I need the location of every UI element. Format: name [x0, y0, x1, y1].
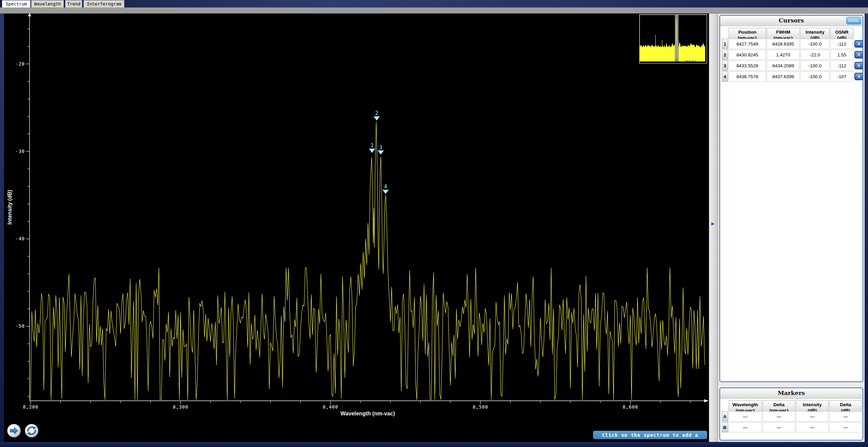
svg-text:8,200: 8,200	[23, 404, 38, 410]
markers-panel-title: Markers	[720, 388, 863, 399]
cursors-title-text: Cursors	[779, 17, 804, 24]
markers-title-text: Markers	[778, 390, 805, 396]
done-button[interactable]: DONE	[846, 17, 861, 24]
cursor-marker-4	[382, 190, 389, 194]
cursor-cell: -100.0	[800, 61, 830, 71]
cursor-cell: -112	[830, 39, 853, 49]
svg-text:1: 1	[371, 142, 374, 149]
cursor-cell: 8430.8245	[729, 50, 766, 60]
cursor-marker-1	[369, 149, 375, 153]
cursor-row-index: 1	[722, 39, 728, 49]
tab-spectrum[interactable]: Spectrum	[2, 0, 31, 7]
cursor-marker-3	[378, 151, 384, 155]
cursor-cell: -22.0	[800, 50, 830, 60]
cursor-cell: -100.0	[800, 71, 830, 82]
window-frame-left	[0, 14, 4, 442]
marker-row-index: A	[722, 411, 728, 422]
panel-splitter[interactable]: ▶	[709, 14, 718, 442]
delete-cursor-cell: X	[854, 61, 863, 71]
svg-text:-20: -20	[16, 61, 25, 67]
cursors-panel: Cursors DONE Position(nm-vac)FWHM(nm-vac…	[719, 15, 863, 382]
continuous-refresh-button[interactable]	[25, 424, 38, 437]
cursor-cell: 1.4270	[767, 50, 800, 60]
cursors-table: Position(nm-vac)FWHM(nm-vac)Intensity(dB…	[722, 28, 863, 82]
svg-text:8,400: 8,400	[323, 404, 338, 410]
cursors-panel-title: Cursors DONE	[720, 16, 863, 26]
markers-panel: Markers Wavelength(nm-vac)Delta(nm-vac)I…	[719, 388, 863, 441]
cursor-cell: -112	[830, 61, 853, 71]
cursor-cell: 8433.5528	[729, 61, 766, 71]
spectrometer-app: SpectrumWavelengthTrendInterferogram 8,2…	[0, 0, 868, 447]
delete-cursor-cell: X	[854, 50, 863, 60]
cursor-row-index: 4	[722, 71, 728, 82]
cursor-cell: 8428.6395	[767, 39, 800, 49]
cursor-cell: 8437.6399	[767, 71, 800, 82]
cursor-cell: 8427.7549	[729, 39, 766, 49]
overview-minimap-chart	[640, 15, 705, 62]
svg-text:8,600: 8,600	[623, 404, 638, 410]
svg-text:4: 4	[384, 184, 387, 190]
cursor-cell: 1.55	[830, 50, 853, 60]
delete-cursor-cell: X	[854, 39, 863, 49]
window-frame-right	[865, 14, 868, 442]
collapse-arrow-icon[interactable]: ▶	[711, 221, 715, 226]
svg-text:3: 3	[379, 144, 382, 151]
cursor-row-index: 2	[722, 50, 728, 60]
cursor-cell: 8434.2089	[767, 61, 800, 71]
delete-cursor-button[interactable]: X	[854, 51, 864, 58]
marker-cell: —	[729, 411, 762, 422]
marker-cell: —	[829, 411, 862, 422]
svg-text:-40: -40	[16, 236, 25, 241]
tab-trend[interactable]: Trend	[65, 0, 82, 7]
refresh-icon	[25, 424, 38, 437]
svg-text:8,300: 8,300	[173, 404, 188, 410]
window-top-band: SpectrumWavelengthTrendInterferogram	[0, 0, 868, 7]
delete-cursor-cell: X	[854, 71, 863, 82]
marker-cell: —	[763, 411, 795, 422]
cursor-cell: -100.0	[800, 39, 830, 49]
toolbar-strip	[0, 7, 868, 14]
cursor-cell: 8436.7578	[729, 71, 766, 82]
marker-cell: —	[796, 411, 829, 422]
overview-minimap[interactable]	[639, 14, 707, 64]
cursor-marker-2	[374, 116, 380, 120]
svg-text:Wavelength (nm-vac): Wavelength (nm-vac)	[340, 411, 395, 416]
add-cursor-hint-button[interactable]: Click on the spectrum to add a cursor.	[593, 431, 707, 439]
spectrum-chart[interactable]: 8,2008,3008,4008,5008,600-20-30-40-50Wav…	[4, 14, 709, 442]
single-acquisition-button[interactable]	[7, 424, 21, 437]
marker-cell: —	[796, 422, 829, 432]
marker-row-index: B	[722, 422, 728, 432]
svg-text:8,500: 8,500	[473, 404, 488, 410]
svg-text:-50: -50	[16, 323, 25, 329]
marker-cell: —	[829, 422, 862, 432]
svg-text:Intensity (dB): Intensity (dB)	[7, 190, 13, 224]
marker-cell: —	[763, 422, 795, 432]
delete-cursor-button[interactable]: X	[854, 73, 864, 80]
window-frame-bottom	[0, 442, 868, 447]
tab-wavelength[interactable]: Wavelength	[31, 0, 64, 7]
right-sidebar: Cursors DONE Position(nm-vac)FWHM(nm-vac…	[718, 14, 865, 442]
cursor-cell: -107	[830, 71, 853, 82]
spectrum-plot-panel[interactable]: 8,2008,3008,4008,5008,600-20-30-40-50Wav…	[4, 14, 709, 442]
arrow-right-icon	[7, 424, 20, 437]
marker-cell: —	[729, 422, 762, 432]
delete-cursor-button[interactable]: X	[854, 40, 864, 48]
tab-interferogram[interactable]: Interferogram	[84, 0, 124, 7]
cursor-row-index: 3	[722, 61, 728, 71]
delete-cursor-button[interactable]: X	[854, 62, 864, 69]
markers-table: Wavelength(nm-vac)Delta(nm-vac)Intensity…	[722, 400, 862, 432]
svg-text:-30: -30	[16, 149, 25, 154]
svg-text:2: 2	[375, 110, 378, 116]
